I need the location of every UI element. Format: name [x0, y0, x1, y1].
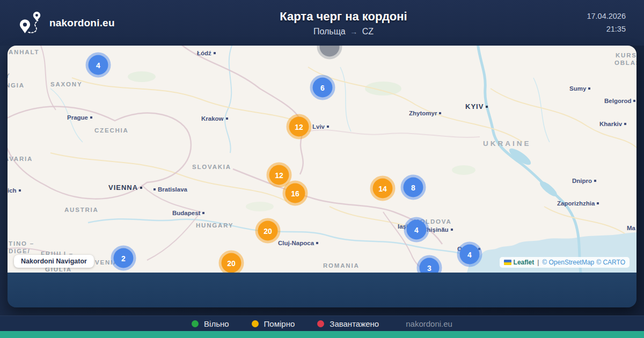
route-arrow-icon: →	[348, 27, 360, 36]
bottom-panel	[8, 273, 636, 307]
queue-marker[interactable]: 4	[460, 245, 480, 264]
queue-marker-value: 6	[320, 83, 325, 92]
queue-marker[interactable]: 8	[404, 178, 423, 197]
queue-marker-value: 3	[427, 263, 431, 272]
legend-item: Вільно	[192, 319, 229, 328]
queue-marker-value: 4	[414, 225, 419, 234]
datetime: 17.04.2026 21:35	[561, 10, 626, 36]
legend-label: Завантажено	[330, 319, 379, 328]
queue-marker[interactable]: 2	[114, 248, 134, 268]
legend-dot-icon	[252, 320, 259, 327]
map[interactable]: ANHALTYNGIASAXONYŁódźPragueCZECHIAKrakow…	[8, 46, 636, 273]
legend-items: ВільноПомірноЗавантажено	[192, 319, 379, 328]
queue-marker[interactable]: 16	[286, 183, 305, 203]
ukraine-flag-icon	[504, 260, 511, 265]
queue-marker[interactable]: 4	[89, 55, 108, 75]
accent-bar	[0, 331, 644, 338]
date-label: 17.04.2026	[561, 10, 626, 23]
map-attribution: Leaflet | © OpenStreetMap © CARTO	[500, 257, 630, 268]
queue-marker-value: 4	[467, 250, 472, 259]
queue-marker[interactable]: 14	[373, 179, 393, 199]
queue-marker-value: 14	[378, 184, 387, 193]
brand-name: nakordoni.eu	[49, 17, 115, 29]
brand: nakordoni.eu	[18, 10, 126, 36]
queue-marker-value: 20	[264, 226, 272, 235]
legend-dot-icon	[317, 320, 324, 327]
page-title: Карта черг на кордоні	[126, 10, 561, 24]
queue-marker[interactable]: 20	[222, 253, 241, 273]
queue-marker[interactable]: 12	[269, 165, 289, 185]
queue-marker[interactable]: 20	[258, 221, 278, 241]
osm-link[interactable]: © OpenStreetMap	[542, 259, 594, 266]
carto-link[interactable]: © CARTO	[596, 259, 625, 266]
queue-marker[interactable]: 3	[420, 258, 440, 273]
legend-item: Завантажено	[317, 319, 379, 328]
queue-marker[interactable]: 6	[313, 78, 333, 98]
queue-marker-value: 12	[275, 171, 283, 179]
markers-layer: 4612121614820422043	[8, 46, 636, 273]
queue-marker-value: 4	[96, 61, 100, 69]
legend-dot-icon	[192, 320, 199, 327]
queue-marker[interactable]: 12	[289, 117, 309, 137]
attribution-separator: |	[536, 259, 540, 266]
footer: ВільноПомірноЗавантажено nakordoni.eu	[0, 315, 644, 331]
queue-marker[interactable]	[320, 46, 340, 57]
navigator-pill: Nakordoni Navigator	[14, 255, 94, 268]
leaflet-link[interactable]: Leaflet	[514, 259, 535, 266]
legend-item: Помірно	[252, 319, 295, 328]
route-to: CZ	[362, 27, 374, 36]
queue-marker-value: 16	[291, 189, 299, 197]
queue-marker-value: 20	[227, 259, 236, 267]
legend-label: Вільно	[204, 319, 229, 328]
legend-label: Помірно	[264, 319, 295, 328]
queue-marker-value: 8	[411, 183, 415, 192]
route-from: Польща	[313, 27, 346, 36]
queue-marker-value: 2	[121, 254, 126, 262]
header: nakordoni.eu Карта черг на кордоні Польщ…	[0, 0, 644, 46]
footer-site-label: nakordoni.eu	[406, 319, 452, 328]
queue-marker[interactable]: 4	[407, 220, 427, 240]
time-label: 21:35	[561, 23, 626, 36]
queue-marker-value: 12	[295, 122, 303, 131]
logo-pins-icon	[18, 10, 43, 36]
route-subtitle: Польща → CZ	[126, 27, 561, 36]
map-card: ANHALTYNGIASAXONYŁódźPragueCZECHIAKrakow…	[8, 46, 636, 307]
